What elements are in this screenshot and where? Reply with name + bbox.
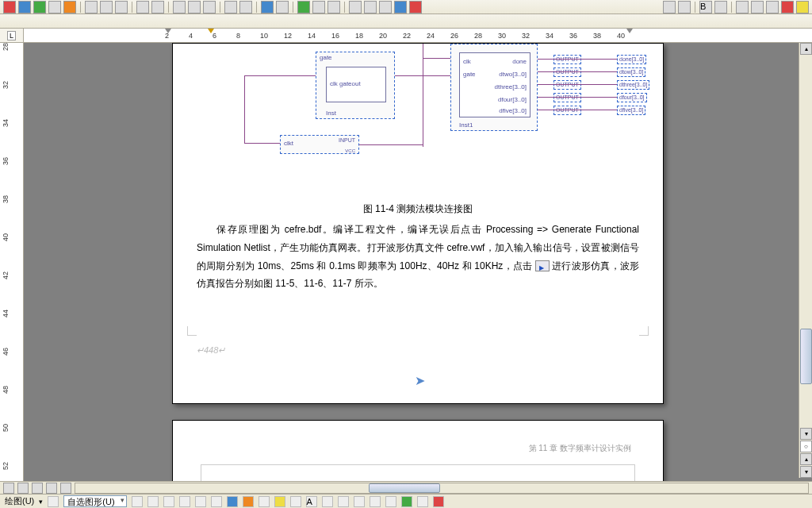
ruler-h-tick: 24 [427,32,435,40]
icon-tb21[interactable] [349,1,362,13]
extra-icon1[interactable] [401,496,412,507]
line-icon[interactable] [132,496,143,507]
icon-tb12[interactable] [188,1,201,13]
highlight-icon[interactable] [796,1,809,13]
icon-tb20[interactable] [327,1,340,13]
view-web-icon[interactable] [17,483,29,494]
icon-tb9[interactable] [136,1,149,13]
view-outline-icon[interactable] [46,483,57,494]
scroll-opt1[interactable]: ○ [800,441,812,452]
ruler-horizontal[interactable]: 246810121416182022242628303234363840 [24,29,812,42]
extra-icon2[interactable] [417,496,428,507]
ruler-v-tick: 42 [2,271,10,279]
icon-tb8[interactable] [115,1,128,13]
icon-tb13[interactable] [203,1,216,13]
rect-icon[interactable] [163,496,174,507]
scrollbar-vertical[interactable]: ▴ ▾ ○ ▴ ▾ [799,43,812,478]
ruler-v-tick: 44 [2,310,10,318]
icon-tb10[interactable] [151,1,164,13]
icon-tbr6[interactable] [751,1,764,13]
scrollbar-horizontal[interactable] [75,483,809,494]
extra-icon3[interactable] [433,496,444,507]
page-down-button[interactable]: ▾ [800,466,812,478]
shadow-icon[interactable] [370,496,381,507]
3d-icon[interactable] [385,496,396,507]
icon-tb25[interactable] [409,1,422,13]
wordart-icon[interactable] [211,496,222,507]
icon-tb5[interactable] [63,1,76,13]
icon-tb23[interactable] [379,1,392,13]
ruler-corner-label: L [7,31,16,40]
ruler-v-tick: 34 [2,119,10,127]
textbox-icon[interactable] [195,496,206,507]
draw-menu[interactable]: 绘图(U) [5,495,34,507]
view-print-icon[interactable] [32,483,43,494]
clipart-icon[interactable] [243,496,254,507]
scroll-up-button[interactable]: ▴ [800,43,812,55]
ruler-h-tick: 22 [403,32,411,40]
icon-tbr7[interactable] [766,1,779,13]
icon-tb22[interactable] [364,1,377,13]
document-scroll[interactable]: gate clk gateout Inst clkt INPUT VCC clk [24,43,812,492]
vcc-label: VCC [345,148,355,153]
wire-5 [423,44,423,147]
font-color-icon[interactable] [781,1,794,13]
arrow-icon[interactable] [147,496,159,507]
icon-tb19[interactable] [312,1,325,13]
scroll-thumb[interactable] [800,329,812,384]
rb-done: done [512,58,527,65]
scroll-down-button[interactable]: ▾ [800,428,812,440]
icon-tb6[interactable] [85,1,98,13]
ruler-v-tick: 46 [2,348,10,356]
icon-tbr5[interactable] [736,1,749,13]
select-icon[interactable] [48,496,59,507]
icon-tb2[interactable] [18,1,31,13]
icon-tb11[interactable] [173,1,186,13]
icon-tb4[interactable] [48,1,61,13]
wire-o1 [538,59,617,60]
fill-color-icon[interactable] [274,496,285,507]
out3-type: OUTPUT [553,80,581,90]
hscroll-thumb[interactable] [369,483,440,493]
wire-o3 [538,84,617,85]
ruler-h-tick: 40 [617,32,625,40]
line-color-icon[interactable] [290,496,301,507]
dash-style-icon[interactable] [338,496,349,507]
ruler-vertical[interactable]: 283234363840424446485052 [0,43,24,492]
italic-icon[interactable] [714,1,727,13]
icon-tb18[interactable] [297,1,310,13]
oval-icon[interactable] [179,496,190,507]
font-color-icon2[interactable]: A [306,496,317,507]
icon-tb16[interactable] [261,1,274,13]
line-style-icon[interactable] [322,496,333,507]
icon-tb3[interactable] [33,1,46,13]
ruler-h-tick: 14 [308,32,316,40]
icon-tb24[interactable] [394,1,407,13]
icon-tb17[interactable] [276,1,289,13]
main-area: 283234363840424446485052 gate clk gateou… [0,43,812,492]
icon-tb1[interactable] [3,1,16,13]
wire-2 [244,75,245,143]
view-reading-icon[interactable] [60,483,71,494]
out1-type: OUTPUT [553,55,581,64]
icon-tb14[interactable] [224,1,237,13]
diagram-icon[interactable] [227,496,238,507]
wire-7 [423,58,450,59]
arrow-style-icon[interactable] [354,496,365,507]
icon-tb7[interactable] [100,1,113,13]
bold-icon[interactable]: B [699,1,712,13]
page-up-button[interactable]: ▴ [800,453,812,465]
view-normal-icon[interactable] [3,483,14,494]
autoshape-dropdown[interactable]: 自选图形(U) [63,495,126,507]
ruler-horizontal-area: L 246810121416182022242628303234363840 [0,29,812,43]
ruler-marker-right[interactable] [626,29,633,33]
cursor-icon: ➤ [415,373,425,388]
picture-icon[interactable] [259,496,270,507]
icon-tbr1[interactable] [663,1,676,13]
ruler-h-tick: 8 [236,32,240,40]
icon-tbr2[interactable] [678,1,691,13]
chapter-header: 第 11 章 数字频率计设计实例 [529,443,631,454]
ruler-h-tick: 12 [284,32,292,40]
rb-dfive: dfive[3..0] [499,107,527,114]
icon-tb15[interactable] [239,1,252,13]
